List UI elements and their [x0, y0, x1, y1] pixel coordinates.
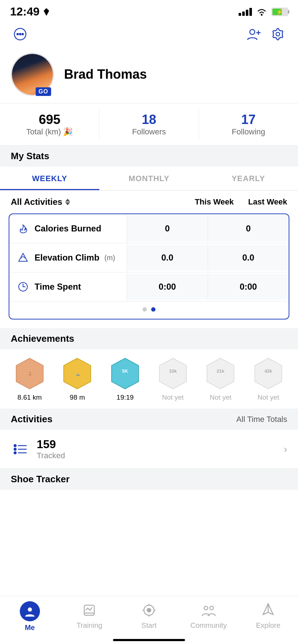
shoe-tracker-header: Shoe Tracker: [0, 469, 298, 490]
svg-text:42k: 42k: [265, 368, 272, 374]
svg-marker-9: [19, 253, 27, 261]
svg-text:⛰️: ⛰️: [75, 372, 80, 376]
time-last-week: 0:00: [208, 274, 289, 300]
profile-name: Brad Thomas: [64, 67, 147, 82]
svg-point-2: [17, 33, 18, 35]
filter-row: All Activities This Week Last Week: [0, 190, 298, 213]
svg-point-3: [19, 33, 21, 35]
clock-icon: [17, 280, 30, 293]
activity-list-icon: [11, 440, 30, 459]
svg-point-8: [276, 32, 280, 36]
nav-explore[interactable]: Explore: [238, 596, 298, 634]
nav-me[interactable]: Me: [0, 596, 60, 634]
svg-text:🏃: 🏃: [27, 372, 32, 376]
top-nav: [0, 21, 298, 49]
stat-following[interactable]: 17 Following: [199, 109, 298, 139]
dot-1[interactable]: [143, 307, 147, 312]
achievements-section: Achievements 🏃 8.61 km ⛰️ 98 m: [0, 328, 298, 409]
achievement-2[interactable]: ⛰️ 98 m: [60, 356, 94, 401]
svg-point-26: [14, 448, 16, 450]
activity-filter[interactable]: All Activities: [11, 197, 70, 207]
profile-section: GO Brad Thomas: [0, 49, 298, 103]
home-indicator: [113, 639, 185, 641]
svg-point-41: [210, 606, 213, 610]
start-icon: [140, 601, 158, 619]
elevation-row: Elevation Climb (m) 0.0 0.0: [9, 243, 289, 272]
wifi-icon: [256, 7, 268, 17]
svg-point-4: [22, 33, 23, 35]
status-icons: ⚡: [239, 7, 288, 17]
status-time: 12:49: [10, 5, 50, 18]
activity-chevron-icon: ›: [284, 443, 287, 455]
nav-start[interactable]: Start: [119, 596, 179, 634]
calories-row: Calories Burned 0 0: [9, 214, 289, 243]
calories-this-week: 0: [127, 216, 208, 242]
svg-point-27: [14, 452, 16, 454]
activities-header: Activities All Time Totals: [0, 409, 298, 430]
achievement-5[interactable]: 21k Not yet: [203, 356, 238, 401]
tab-yearly[interactable]: YEARLY: [199, 167, 298, 190]
achievement-4[interactable]: 10k Not yet: [156, 356, 190, 401]
avatar-container: GO: [11, 53, 54, 96]
achievement-6[interactable]: 42k Not yet: [251, 356, 285, 401]
svg-point-31: [28, 607, 32, 611]
explore-icon: [259, 601, 277, 619]
stat-followers[interactable]: 18 Followers: [99, 109, 199, 139]
me-icon: [20, 601, 40, 621]
dot-2[interactable]: [151, 307, 155, 312]
pagination-dots: [9, 302, 289, 319]
activity-info: 159 Tracked: [37, 438, 284, 460]
time-this-week: 0:00: [127, 274, 208, 300]
elevation-last-week: 0.0: [208, 245, 289, 271]
time-label: Time Spent: [9, 272, 127, 301]
svg-point-40: [204, 606, 208, 610]
community-icon: [200, 601, 218, 619]
elevation-label: Elevation Climb (m): [9, 243, 127, 272]
nav-community[interactable]: Community: [179, 596, 239, 634]
status-bar: 12:49 ⚡: [0, 0, 298, 21]
settings-button[interactable]: [268, 25, 287, 43]
go-badge: GO: [36, 87, 51, 96]
svg-point-35: [147, 608, 151, 612]
location-icon: [42, 8, 50, 16]
flame-icon: [17, 222, 30, 235]
add-user-button[interactable]: [244, 25, 263, 43]
nav-icons-right: [244, 25, 287, 43]
battery-icon: ⚡: [271, 8, 288, 16]
stat-total-km: 695 Total (km) 🎉: [0, 109, 99, 139]
svg-text:10k: 10k: [169, 368, 177, 374]
tracked-activity-row[interactable]: 159 Tracked ›: [0, 430, 298, 469]
training-icon: [80, 601, 98, 619]
svg-point-25: [14, 445, 16, 447]
elevation-this-week: 0.0: [127, 245, 208, 271]
svg-point-5: [250, 29, 255, 34]
stats-row: 695 Total (km) 🎉 18 Followers 17 Followi…: [0, 103, 298, 146]
calories-last-week: 0: [208, 216, 289, 242]
svg-point-0: [261, 14, 263, 15]
achievement-1[interactable]: 🏃 8.61 km: [13, 356, 47, 401]
achievements-header: Achievements: [0, 328, 298, 349]
achievements-row: 🏃 8.61 km ⛰️ 98 m 5K 19:19: [0, 349, 298, 409]
nav-training[interactable]: Training: [60, 596, 119, 634]
time-row: Time Spent 0:00 0:00: [9, 272, 289, 302]
my-stats-header: My Stats: [0, 146, 298, 167]
signal-bars: [239, 8, 252, 16]
achievement-3[interactable]: 5K 19:19: [108, 356, 142, 401]
activities-section: Activities All Time Totals 159 Tracked ›: [0, 409, 298, 469]
chat-button[interactable]: [11, 25, 30, 43]
svg-text:21k: 21k: [217, 368, 225, 374]
bottom-nav: Me Training Start: [0, 596, 298, 644]
tab-monthly[interactable]: MONTHLY: [99, 167, 199, 190]
tab-weekly[interactable]: WEEKLY: [0, 167, 99, 190]
svg-text:5K: 5K: [122, 368, 128, 374]
calories-label: Calories Burned: [9, 214, 127, 243]
stats-tabs: WEEKLY MONTHLY YEARLY: [0, 167, 298, 190]
filter-columns: This Week Last Week: [195, 197, 287, 207]
mountain-icon: [17, 251, 30, 264]
filter-arrow-icon: [65, 199, 70, 205]
stats-table: Calories Burned 0 0 Elevation Climb (m) …: [9, 213, 289, 319]
